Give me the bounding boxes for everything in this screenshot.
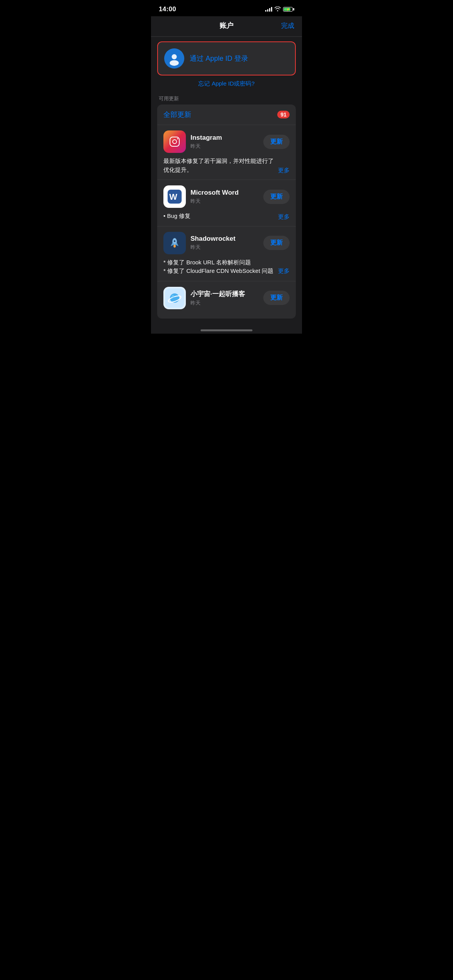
app-item-podcast: 小宇宙·一起听播客 昨天 更新 [157, 281, 296, 319]
svg-point-1 [172, 54, 177, 59]
update-all-label: 全部更新 [163, 110, 191, 119]
section-label-updates: 可用更新 [157, 92, 296, 105]
status-bar: 14:00 ⚡ [151, 0, 302, 16]
app-desc-shadowrocket-container: * 修复了 Brook URL 名称解析问题 * 修复了 CloudFlare … [163, 258, 290, 276]
app-date-word: 昨天 [190, 198, 259, 205]
status-time: 14:00 [159, 5, 176, 13]
battery-icon: ⚡ [283, 7, 294, 12]
update-btn-shadowrocket[interactable]: 更新 [263, 236, 290, 250]
updates-card: 全部更新 91 Instagram 昨天 更新 [157, 105, 296, 319]
app-info-shadowrocket: Shadowrocket 昨天 [190, 235, 259, 251]
update-btn-podcast[interactable]: 更新 [263, 291, 290, 305]
app-item-shadowrocket: Shadowrocket 昨天 更新 * 修复了 Brook URL 名称解析问… [157, 226, 296, 281]
app-item-instagram: Instagram 昨天 更新 最新版本修复了若干漏洞，并对性能进行了优化提升。… [157, 125, 296, 180]
svg-point-5 [177, 138, 178, 139]
app-item-word: W Microsoft Word 昨天 更新 • Bug 修复 更多 [157, 180, 296, 226]
svg-point-14 [173, 245, 176, 247]
app-desc-shadowrocket-1: * 修复了 Brook URL 名称解析问题 [163, 258, 290, 267]
svg-point-2 [170, 60, 178, 66]
app-desc-shadowrocket-2-row: * 修复了 CloudFlare CDN WebSocket 问题 更多 [163, 267, 290, 276]
more-link-shadowrocket[interactable]: 更多 [278, 267, 290, 275]
update-btn-instagram[interactable]: 更新 [263, 135, 290, 149]
app-date-instagram: 昨天 [190, 143, 259, 150]
word-icon: W [163, 185, 186, 208]
app-item-header-instagram: Instagram 昨天 更新 [163, 130, 290, 153]
wifi-icon [275, 7, 281, 12]
apple-id-label: 通过 Apple ID 登录 [190, 54, 248, 63]
svg-point-4 [173, 140, 177, 144]
app-desc-instagram: 最新版本修复了若干漏洞，并对性能进行了优化提升。 [163, 157, 275, 174]
app-item-header-podcast: 小宇宙·一起听播客 昨天 更新 [163, 287, 290, 309]
apple-id-card[interactable]: 通过 Apple ID 登录 [157, 41, 296, 75]
svg-text:W: W [169, 192, 177, 202]
desc-row-shadowrocket: * 修复了 Brook URL 名称解析问题 * 修复了 CloudFlare … [163, 258, 290, 276]
avatar [164, 48, 184, 69]
app-desc-word: • Bug 修复 [163, 212, 275, 221]
desc-row-instagram: 最新版本修复了若干漏洞，并对性能进行了优化提升。 更多 [163, 157, 290, 174]
app-date-shadowrocket: 昨天 [190, 244, 259, 251]
desc-row-word: • Bug 修复 更多 [163, 212, 290, 221]
home-bar [201, 329, 252, 331]
header-title: 账户 [220, 21, 233, 30]
update-all-row[interactable]: 全部更新 91 [157, 105, 296, 125]
app-desc-shadowrocket-2: * 修复了 CloudFlare CDN WebSocket 问题 [163, 267, 278, 276]
signal-icon [265, 7, 272, 12]
update-badge: 91 [277, 111, 290, 118]
app-item-header-shadowrocket: Shadowrocket 昨天 更新 [163, 232, 290, 254]
app-date-podcast: 昨天 [190, 300, 259, 307]
app-name-word: Microsoft Word [190, 189, 259, 197]
app-name-shadowrocket: Shadowrocket [190, 235, 259, 243]
home-indicator [151, 326, 302, 334]
svg-point-13 [174, 240, 175, 242]
more-link-instagram[interactable]: 更多 [278, 167, 290, 174]
main-content: 通过 Apple ID 登录 忘记 Apple ID或密码? 可用更新 全部更新… [151, 37, 302, 326]
app-info-instagram: Instagram 昨天 [190, 134, 259, 150]
app-item-header-word: W Microsoft Word 昨天 更新 [163, 185, 290, 208]
shadowrocket-icon [163, 232, 186, 254]
app-info-word: Microsoft Word 昨天 [190, 189, 259, 205]
done-button[interactable]: 完成 [281, 21, 294, 30]
svg-point-18 [172, 295, 174, 298]
app-name-instagram: Instagram [190, 134, 259, 142]
update-btn-word[interactable]: 更新 [263, 190, 290, 204]
status-icons: ⚡ [265, 7, 294, 12]
podcast-icon [163, 287, 186, 309]
more-link-word[interactable]: 更多 [278, 213, 290, 221]
header: 账户 完成 [151, 16, 302, 36]
apple-id-section: 通过 Apple ID 登录 忘记 Apple ID或密码? [157, 37, 296, 92]
app-name-podcast: 小宇宙·一起听播客 [190, 290, 259, 298]
forgot-apple-id-link[interactable]: 忘记 Apple ID或密码? [157, 80, 296, 87]
app-info-podcast: 小宇宙·一起听播客 昨天 [190, 290, 259, 307]
instagram-icon [163, 130, 186, 153]
